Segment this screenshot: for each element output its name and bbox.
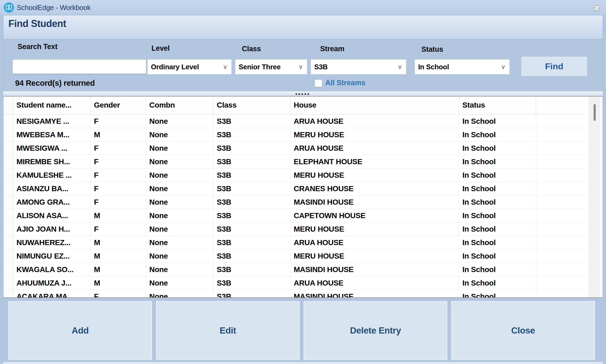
table-row[interactable]: MIREMBE SH... F None S3B ELEPHANT HOUSE …: [4, 155, 585, 169]
cell-gender: F: [91, 290, 146, 298]
cell-status: In School: [459, 249, 536, 263]
table-row[interactable]: KWAGALA SO... M None S3B MASINDI HOUSE I…: [4, 263, 585, 276]
table-row[interactable]: NIMUNGU EZ... M None S3B MERU HOUSE In S…: [4, 249, 585, 263]
table-row[interactable]: KAMULESHE ... F None S3B MERU HOUSE In S…: [4, 169, 585, 182]
row-header-cell: [4, 97, 13, 115]
cell-student-name: ALISON ASA...: [13, 209, 91, 222]
table-row[interactable]: NUWAHEREZ... M None S3B ARUA HOUSE In Sc…: [4, 236, 585, 249]
cell-house: MASINDI HOUSE: [290, 263, 459, 276]
search-text-label: Search Text: [18, 43, 57, 51]
cell-student-name: ACAKARA MA...: [13, 290, 91, 298]
cell-student-name: MIREMBE SH...: [13, 155, 91, 169]
close-window-button[interactable]: [592, 3, 601, 12]
cell-status: In School: [459, 142, 536, 155]
cell-class: S3B: [214, 115, 290, 128]
chevron-down-icon: ∨: [501, 63, 509, 71]
scrollbar-thumb[interactable]: [594, 104, 596, 121]
cell-class: S3B: [214, 128, 290, 142]
row-header-cell: [4, 263, 13, 276]
titlebar[interactable]: SchoolEdge - Workbook: [0, 0, 606, 15]
level-label: Level: [151, 44, 170, 53]
cell-status: In School: [459, 276, 536, 290]
class-select[interactable]: Senior Three ∨: [235, 59, 307, 74]
table-row[interactable]: ACAKARA MA... F None S3B MASINDI HOUSE I…: [4, 290, 585, 298]
cell-student-name: MWESIGWA ...: [13, 142, 91, 155]
cell-gender: M: [91, 236, 146, 249]
cell-gender: M: [91, 276, 146, 290]
page-title: Find Student: [8, 18, 66, 29]
student-table: Student name... Gender Combn Class House…: [3, 97, 603, 298]
table-row[interactable]: NESIGAMYE ... F None S3B ARUA HOUSE In S…: [4, 115, 585, 128]
table-row[interactable]: AJIO JOAN H... F None S3B MERU HOUSE In …: [4, 222, 585, 236]
level-select[interactable]: Ordinary Level ∨: [147, 59, 232, 74]
app-book-icon: [4, 2, 14, 13]
cell-combn: None: [146, 222, 214, 236]
dialog-header: Find Student: [3, 15, 603, 39]
cell-spacer: [536, 195, 585, 209]
cell-class: S3B: [214, 222, 290, 236]
cell-house: ARUA HOUSE: [290, 276, 459, 290]
cell-spacer: [536, 290, 585, 298]
table-row[interactable]: MWESIGWA ... F None S3B ARUA HOUSE In Sc…: [4, 142, 585, 155]
cell-combn: None: [146, 142, 214, 155]
cell-student-name: MWEBESA M...: [13, 128, 91, 142]
cell-status: In School: [459, 209, 536, 222]
cell-status: In School: [459, 115, 536, 128]
cell-combn: None: [146, 263, 214, 276]
cell-class: S3B: [214, 263, 290, 276]
all-streams-label: All Streams: [325, 79, 365, 87]
table-row[interactable]: ASIANZU BA... F None S3B CRANES HOUSE In…: [4, 182, 585, 195]
add-button[interactable]: Add: [8, 301, 152, 360]
find-button[interactable]: Find: [521, 57, 587, 76]
table-row[interactable]: MWEBESA M... M None S3B MERU HOUSE In Sc…: [4, 128, 585, 142]
cell-student-name: AHUUMUZA J...: [13, 276, 91, 290]
cell-student-name: AJIO JOAN H...: [13, 222, 91, 236]
table-row[interactable]: AMONG GRA... F None S3B MASINDI HOUSE In…: [4, 195, 585, 209]
cell-student-name: AMONG GRA...: [13, 195, 91, 209]
delete-entry-button[interactable]: Delete Entry: [303, 301, 448, 360]
table-body: NESIGAMYE ... F None S3B ARUA HOUSE In S…: [4, 115, 585, 298]
row-header-cell: [4, 290, 13, 298]
search-input[interactable]: [12, 59, 146, 74]
cell-gender: F: [91, 222, 146, 236]
filter-panel: Search Text Level Class Stream Status Or…: [3, 39, 603, 91]
table-row[interactable]: AHUUMUZA J... M None S3B ARUA HOUSE In S…: [4, 276, 585, 290]
cell-house: ELEPHANT HOUSE: [290, 155, 459, 169]
col-class[interactable]: Class: [214, 97, 290, 115]
cell-house: MERU HOUSE: [290, 249, 459, 263]
schooledge-window: { "window": { "title": "SchoolEdge - Wor…: [0, 0, 606, 364]
all-streams-checkbox[interactable]: [314, 79, 322, 87]
cell-house: ARUA HOUSE: [290, 236, 459, 249]
close-button[interactable]: Close: [451, 301, 595, 360]
col-status[interactable]: Status: [459, 97, 536, 115]
cell-spacer: [536, 128, 585, 142]
table-row[interactable]: ALISON ASA... M None S3B CAPETOWN HOUSE …: [4, 209, 585, 222]
col-gender[interactable]: Gender: [91, 97, 146, 115]
cell-combn: None: [146, 155, 214, 169]
records-returned-text: 94 Record(s) returned: [15, 79, 95, 88]
col-house[interactable]: House: [290, 97, 459, 115]
stream-select[interactable]: S3B ∨: [311, 59, 406, 74]
vertical-scrollbar[interactable]: [589, 97, 600, 298]
edit-button[interactable]: Edit: [156, 301, 300, 360]
cell-combn: None: [146, 290, 214, 298]
cell-spacer: [536, 115, 585, 128]
cell-spacer: [536, 236, 585, 249]
row-header-cell: [4, 169, 13, 182]
cell-spacer: [536, 222, 585, 236]
chevron-down-icon: ∨: [397, 63, 406, 71]
status-select[interactable]: In School ∨: [415, 59, 510, 74]
cell-house: MASINDI HOUSE: [290, 195, 459, 209]
col-combn[interactable]: Combn: [146, 97, 214, 115]
cell-spacer: [536, 276, 585, 290]
cell-gender: F: [91, 169, 146, 182]
row-header-cell: [4, 155, 13, 169]
row-header-cell: [4, 209, 13, 222]
cell-student-name: NESIGAMYE ...: [13, 115, 91, 128]
cell-house: CRANES HOUSE: [290, 182, 459, 195]
cell-combn: None: [146, 195, 214, 209]
col-student-name[interactable]: Student name...: [13, 97, 91, 115]
splitter-handle[interactable]: [3, 91, 603, 97]
chevron-down-icon: ∨: [223, 63, 231, 71]
cell-combn: None: [146, 169, 214, 182]
